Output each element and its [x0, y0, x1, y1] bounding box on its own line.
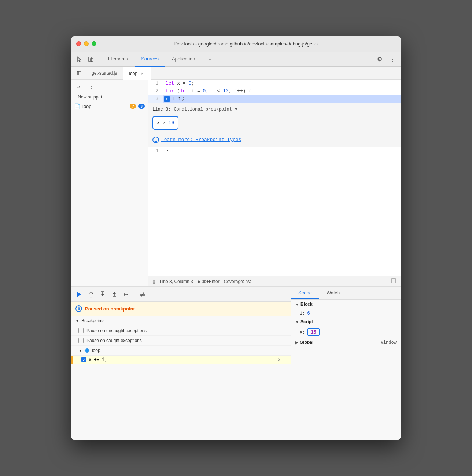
line-number-1: 1	[148, 80, 163, 88]
sidebar-collapse-icon[interactable]	[74, 82, 83, 91]
pause-uncaught-label: Pause on uncaught exceptions	[86, 328, 147, 333]
status-right-icon	[391, 278, 397, 285]
snippet-badge-question: ?	[130, 104, 136, 109]
bp-header: Line 3: Conditional breakpoint ▼	[152, 106, 397, 113]
bp-learn-more-link[interactable]: → Learn more: Breakpoint Types	[152, 136, 397, 144]
breakpoint-entry: ✓ x += i; 3	[71, 356, 291, 364]
cursor-icon[interactable]	[74, 54, 84, 64]
resume-button[interactable]	[74, 289, 84, 300]
tab-sources[interactable]: Sources	[135, 52, 165, 67]
scope-tabbar: Scope Watch	[291, 287, 401, 300]
run-btn[interactable]: ▶ ⌘+Enter	[198, 279, 220, 284]
scope-global-title: Global	[300, 340, 313, 345]
top-tabbar-right: ⚙ ⋮	[375, 54, 398, 64]
scope-val-x-boxed: 15	[307, 328, 320, 336]
bp-dropdown-icon[interactable]: ▼	[235, 106, 237, 113]
step-over-button[interactable]	[86, 289, 96, 300]
scope-key-i: i:	[300, 310, 305, 316]
scope-global-section: Global Window	[291, 338, 401, 347]
scope-val-i: 6	[307, 310, 310, 316]
line-code-4: }	[163, 147, 401, 155]
scope-script-header[interactable]: Script	[291, 317, 401, 327]
sidebar-toolbar: ⋮	[71, 80, 148, 93]
code-editor[interactable]: 1 let x = 0; 2 for (let i = 0; i < 10; i…	[148, 80, 401, 276]
line-number-2: 2	[148, 88, 163, 95]
minimize-button[interactable]	[84, 41, 89, 46]
svg-marker-12	[101, 294, 104, 296]
scope-row-i: i: 6	[291, 309, 401, 317]
svg-rect-0	[89, 57, 92, 62]
breakpoints-header[interactable]: Breakpoints	[71, 316, 291, 326]
file-tab-label-loop: loop	[129, 71, 137, 76]
pause-caught-row: Pause on caught exceptions	[71, 336, 291, 346]
titlebar: DevTools - googlechrome.github.io/devtoo…	[71, 36, 401, 52]
scope-block-header[interactable]: Block	[291, 300, 401, 309]
debug-left-panel: ℹ Paused on breakpoint Breakpoints Pause…	[71, 287, 291, 440]
debug-toolbar	[71, 287, 291, 302]
file-tab-close[interactable]: ×	[140, 71, 145, 76]
settings-icon[interactable]: ⚙	[375, 54, 385, 64]
tab-more[interactable]: »	[203, 52, 217, 67]
scope-script-section: Script x: 15	[291, 317, 401, 338]
close-button[interactable]	[76, 41, 81, 46]
file-tab-label: get-started.js	[92, 71, 117, 76]
breakpoint-code: x += i;	[89, 357, 276, 362]
coverage-display: Coverage: n/a	[224, 279, 251, 284]
code-line-1: 1 let x = 0;	[148, 80, 401, 88]
pause-caught-checkbox[interactable]	[78, 338, 84, 343]
scope-block-section: Block i: 6	[291, 300, 401, 317]
step-into-button[interactable]	[97, 289, 108, 300]
breakpoints-title: Breakpoints	[81, 318, 104, 323]
bp-file-label: loop	[92, 348, 100, 353]
device-icon[interactable]	[86, 54, 96, 64]
tab-elements[interactable]: Elements	[102, 52, 134, 67]
script-collapse-icon	[295, 320, 299, 324]
bp-condition-input[interactable]: x > 10	[152, 116, 178, 130]
pause-info-icon: ℹ	[75, 305, 82, 312]
collapse-icon[interactable]	[74, 68, 84, 78]
breakpoints-section: Breakpoints Pause on uncaught exceptions…	[71, 316, 291, 364]
sidebar-more-icon[interactable]: ⋮	[84, 82, 93, 91]
maximize-button[interactable]	[92, 41, 96, 46]
deactivate-breakpoints-button[interactable]	[137, 289, 148, 300]
snippet-item-loop[interactable]: 📄 loop ? 3	[71, 101, 148, 111]
devtools-window: DevTools - googlechrome.github.io/devtoo…	[71, 36, 401, 440]
svg-rect-2	[77, 71, 81, 75]
line-number-4: 4	[148, 147, 163, 155]
bp-link-icon: →	[152, 137, 159, 143]
step-out-button[interactable]	[109, 289, 119, 300]
scope-watch-panel: Scope Watch Block i: 6	[291, 287, 401, 440]
scope-block-title: Block	[300, 302, 313, 307]
svg-marker-18	[127, 293, 128, 295]
file-tab-loop[interactable]: loop ×	[123, 67, 151, 80]
new-snippet-button[interactable]: + New snippet	[71, 93, 148, 101]
scope-global-header[interactable]: Global Window	[291, 338, 401, 347]
traffic-lights	[76, 41, 96, 46]
more-menu-icon[interactable]: ⋮	[388, 54, 398, 64]
bp-condition-value: x >	[157, 120, 168, 125]
svg-point-10	[91, 296, 92, 297]
format-btn[interactable]: {}	[152, 279, 155, 284]
file-tab-get-started[interactable]: get-started.js	[86, 67, 123, 80]
tab-application[interactable]: Application	[166, 52, 201, 67]
global-expand-icon	[295, 341, 298, 345]
breakpoint-file-header[interactable]: 🔷 loop	[71, 346, 291, 356]
tab-scope[interactable]: Scope	[291, 287, 319, 299]
bp-condition-num: 10	[168, 120, 174, 125]
svg-rect-4	[391, 279, 396, 283]
step-button[interactable]	[121, 289, 131, 300]
new-snippet-label: + New snippet	[74, 94, 102, 100]
breakpoint-checkbox[interactable]: ✓	[81, 357, 86, 362]
pause-text: Paused on breakpoint	[85, 306, 135, 312]
bp-line-label: Line 3:	[152, 106, 171, 113]
top-tabbar: Elements Sources Application » ⚙ ⋮	[71, 52, 401, 67]
main-content: ⋮ + New snippet 📄 loop ? 3 1	[71, 80, 401, 286]
tab-separator	[99, 56, 99, 63]
scope-key-x: x:	[300, 330, 305, 335]
svg-rect-7	[77, 292, 78, 297]
bp-link-label: Learn more: Breakpoint Types	[161, 136, 241, 144]
tab-watch[interactable]: Watch	[319, 287, 347, 299]
active-breakpoint-indicator	[71, 356, 73, 364]
svg-marker-6	[78, 292, 81, 297]
pause-uncaught-checkbox[interactable]	[78, 328, 84, 333]
